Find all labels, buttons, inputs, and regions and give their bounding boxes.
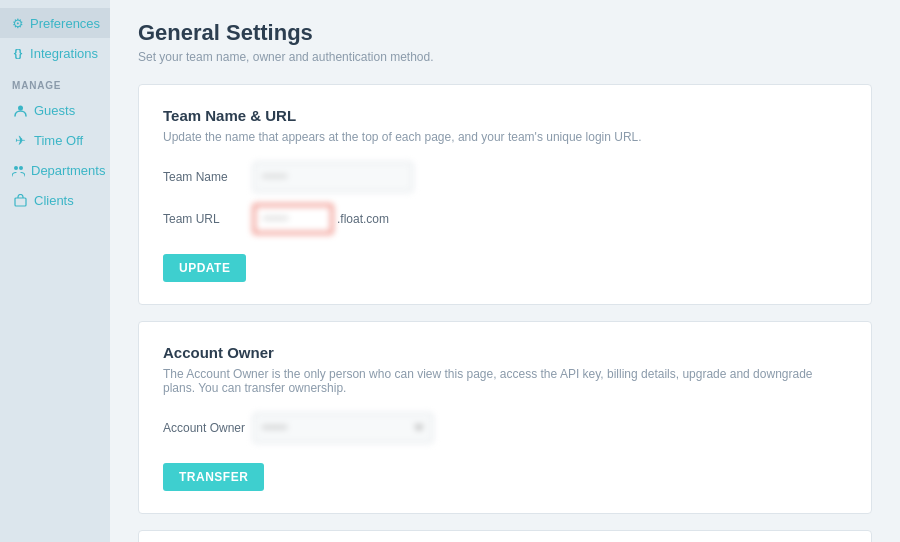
sidebar-item-time-off[interactable]: ✈ Time Off <box>0 125 110 155</box>
team-url-row: Team URL .float.com <box>163 204 847 234</box>
account-owner-card: Account Owner The Account Owner is the o… <box>138 321 872 514</box>
sidebar-item-departments[interactable]: Departments <box>0 155 110 185</box>
sidebar-item-label: Departments <box>31 163 105 178</box>
url-suffix: .float.com <box>337 212 389 226</box>
card-desc-account: The Account Owner is the only person who… <box>163 367 847 395</box>
sidebar-item-guests[interactable]: Guests <box>0 95 110 125</box>
sidebar-item-label: Preferences <box>30 16 100 31</box>
authentication-card: Authentication Float supports SAML-based… <box>138 530 872 542</box>
departments-icon <box>12 162 25 178</box>
page-title: General Settings <box>138 20 872 46</box>
account-owner-row: Account Owner •••••• <box>163 413 847 443</box>
team-url-label: Team URL <box>163 212 253 226</box>
time-off-icon: ✈ <box>12 132 28 148</box>
svg-rect-3 <box>15 198 26 206</box>
sidebar-item-clients[interactable]: Clients <box>0 185 110 215</box>
manage-section-label: MANAGE <box>0 68 110 95</box>
sidebar-item-integrations[interactable]: {} Integrations <box>0 38 110 68</box>
update-button[interactable]: UPDATE <box>163 254 246 282</box>
main-content: General Settings Set your team name, own… <box>110 0 900 542</box>
team-name-row: Team Name <box>163 162 847 192</box>
account-owner-label: Account Owner <box>163 421 253 435</box>
svg-point-1 <box>14 166 18 170</box>
sidebar-item-label: Guests <box>34 103 75 118</box>
guests-icon <box>12 102 28 118</box>
transfer-button[interactable]: TRANSFER <box>163 463 264 491</box>
clients-icon <box>12 192 28 208</box>
sidebar-item-label: Integrations <box>30 46 98 61</box>
sidebar-item-label: Clients <box>34 193 74 208</box>
preferences-icon: ⚙ <box>12 15 24 31</box>
card-title-team: Team Name & URL <box>163 107 847 124</box>
sidebar-item-preferences[interactable]: ⚙ Preferences <box>0 8 110 38</box>
team-url-input[interactable] <box>253 204 333 234</box>
team-name-label: Team Name <box>163 170 253 184</box>
team-name-input[interactable] <box>253 162 413 192</box>
page-subtitle: Set your team name, owner and authentica… <box>138 50 872 64</box>
team-name-url-card: Team Name & URL Update the name that app… <box>138 84 872 305</box>
integrations-icon: {} <box>12 45 24 61</box>
card-title-account: Account Owner <box>163 344 847 361</box>
card-desc-team: Update the name that appears at the top … <box>163 130 847 144</box>
svg-point-2 <box>19 166 23 170</box>
account-owner-select[interactable]: •••••• <box>253 413 433 443</box>
sidebar: ⚙ Preferences {} Integrations MANAGE Gue… <box>0 0 110 542</box>
sidebar-item-label: Time Off <box>34 133 83 148</box>
svg-point-0 <box>18 105 23 110</box>
